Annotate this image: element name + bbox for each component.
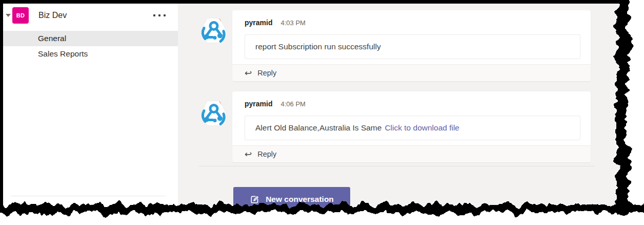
- message-meta: pyramid 4:06 PM: [245, 100, 580, 108]
- conversation-divider: [199, 166, 595, 166]
- message-text: report Subscription run successfully: [255, 42, 381, 51]
- message-main: pyramid 4:03 PM report Subscription run …: [232, 10, 591, 64]
- channel-list: General Sales Reports: [3, 31, 178, 62]
- pyramid-bot-avatar-icon: [200, 99, 227, 128]
- new-conversation-label: New conversation: [266, 195, 334, 204]
- message-author: pyramid: [245, 100, 272, 108]
- reply-button[interactable]: ↩ Reply: [232, 145, 591, 162]
- sidebar-item-general[interactable]: General: [3, 31, 178, 46]
- message-card: pyramid 4:03 PM report Subscription run …: [232, 10, 591, 81]
- sidebar-divider: [11, 196, 166, 196]
- bot-message-box: Alert Old Balance,Australia Is Same Clic…: [245, 116, 580, 140]
- sidebar-item-sales-reports[interactable]: Sales Reports: [3, 46, 178, 62]
- conversation-pane: pyramid 4:03 PM report Subscription run …: [178, 4, 644, 225]
- more-options-icon[interactable]: [153, 11, 166, 20]
- message-author: pyramid: [245, 18, 272, 27]
- reply-button[interactable]: ↩ Reply: [232, 64, 591, 81]
- team-avatar: BD: [12, 7, 29, 24]
- message-main: pyramid 4:06 PM Alert Old Balance,Austra…: [232, 91, 591, 145]
- bot-message-box: report Subscription run successfully: [245, 34, 580, 59]
- reply-arrow-icon: ↩: [245, 150, 252, 159]
- message-text: Alert Old Balance,Australia Is Same: [255, 123, 381, 133]
- download-file-link[interactable]: Click to download file: [385, 123, 459, 133]
- compose-icon: [250, 195, 259, 204]
- message-meta: pyramid 4:03 PM: [245, 18, 580, 27]
- chevron-down-icon[interactable]: [4, 14, 12, 17]
- channel-sidebar: BD Biz Dev General Sales Reports: [3, 4, 178, 225]
- pyramid-bot-avatar-icon: [200, 16, 227, 45]
- teams-channel-view: BD Biz Dev General Sales Reports: [0, 0, 644, 225]
- message-timestamp: 4:06 PM: [280, 100, 305, 108]
- message-timestamp: 4:03 PM: [280, 19, 305, 27]
- message-card: pyramid 4:06 PM Alert Old Balance,Austra…: [232, 91, 591, 162]
- team-name: Biz Dev: [38, 11, 153, 20]
- new-conversation-button[interactable]: New conversation: [233, 187, 350, 212]
- team-row-biz-dev[interactable]: BD Biz Dev: [3, 4, 178, 27]
- reply-label: Reply: [257, 69, 276, 77]
- reply-arrow-icon: ↩: [245, 69, 252, 78]
- reply-label: Reply: [257, 150, 276, 158]
